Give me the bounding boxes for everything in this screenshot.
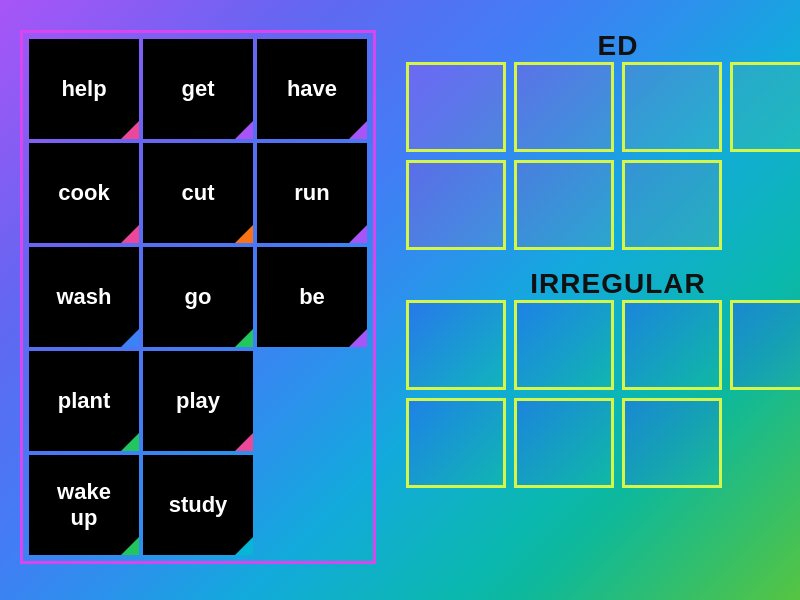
right-panel: ED IRREGULAR [406, 20, 800, 580]
word-card-cook[interactable]: cook [29, 143, 139, 243]
ed-drop-2[interactable] [514, 62, 614, 152]
word-card-wakeup[interactable]: wake up [29, 455, 139, 555]
irregular-title: IRREGULAR [406, 268, 800, 300]
word-card-wash[interactable]: wash [29, 247, 139, 347]
irregular-drop-3[interactable] [622, 300, 722, 390]
triangle-have [349, 121, 367, 139]
irregular-drop-5[interactable] [406, 398, 506, 488]
irregular-row2 [406, 398, 800, 488]
triangle-go [235, 329, 253, 347]
triangle-help [121, 121, 139, 139]
word-card-get[interactable]: get [143, 39, 253, 139]
ed-drop-3[interactable] [622, 62, 722, 152]
triangle-wakeup [121, 537, 139, 555]
ed-row1 [406, 62, 800, 152]
word-card-play[interactable]: play [143, 351, 253, 451]
word-card-go[interactable]: go [143, 247, 253, 347]
word-card-be[interactable]: be [257, 247, 367, 347]
triangle-cook [121, 225, 139, 243]
ed-drop-5[interactable] [406, 160, 506, 250]
triangle-play [235, 433, 253, 451]
triangle-run [349, 225, 367, 243]
word-card-run[interactable]: run [257, 143, 367, 243]
irregular-drop-2[interactable] [514, 300, 614, 390]
triangle-wash [121, 329, 139, 347]
main-container: help get have cook cut run wash [0, 0, 800, 600]
triangle-study [235, 537, 253, 555]
ed-drop-6[interactable] [514, 160, 614, 250]
word-card-cut[interactable]: cut [143, 143, 253, 243]
irregular-drop-7[interactable] [622, 398, 722, 488]
word-card-plant[interactable]: plant [29, 351, 139, 451]
triangle-plant [121, 433, 139, 451]
section-ed: ED [406, 30, 800, 250]
irregular-drop-1[interactable] [406, 300, 506, 390]
word-card-have[interactable]: have [257, 39, 367, 139]
triangle-get [235, 121, 253, 139]
ed-row2 [406, 160, 800, 250]
section-irregular: IRREGULAR [406, 268, 800, 488]
word-grid: help get have cook cut run wash [20, 30, 376, 564]
irregular-row1 [406, 300, 800, 390]
word-card-help[interactable]: help [29, 39, 139, 139]
triangle-cut [235, 225, 253, 243]
ed-drop-7[interactable] [622, 160, 722, 250]
irregular-drop-6[interactable] [514, 398, 614, 488]
irregular-drop-4[interactable] [730, 300, 800, 390]
triangle-be [349, 329, 367, 347]
ed-drop-1[interactable] [406, 62, 506, 152]
word-card-study[interactable]: study [143, 455, 253, 555]
ed-title: ED [406, 30, 800, 62]
ed-drop-4[interactable] [730, 62, 800, 152]
